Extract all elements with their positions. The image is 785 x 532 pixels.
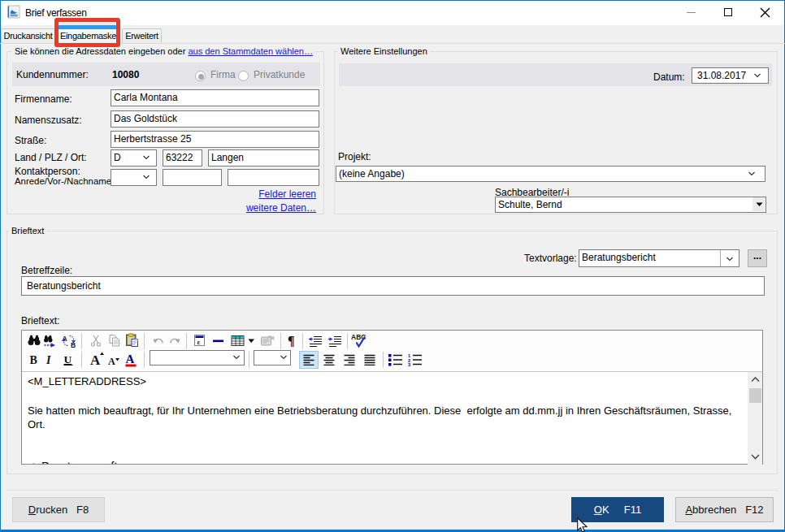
- svg-text:A: A: [90, 353, 101, 367]
- svg-text:I: I: [46, 354, 51, 366]
- svg-text:3: 3: [408, 362, 410, 366]
- svg-text:A: A: [108, 356, 115, 367]
- svg-text:ε: ε: [197, 338, 201, 346]
- svg-text:U: U: [64, 353, 72, 365]
- svg-text:A: A: [126, 353, 135, 365]
- svg-text:¶: ¶: [288, 334, 295, 348]
- svg-text:B: B: [30, 354, 37, 366]
